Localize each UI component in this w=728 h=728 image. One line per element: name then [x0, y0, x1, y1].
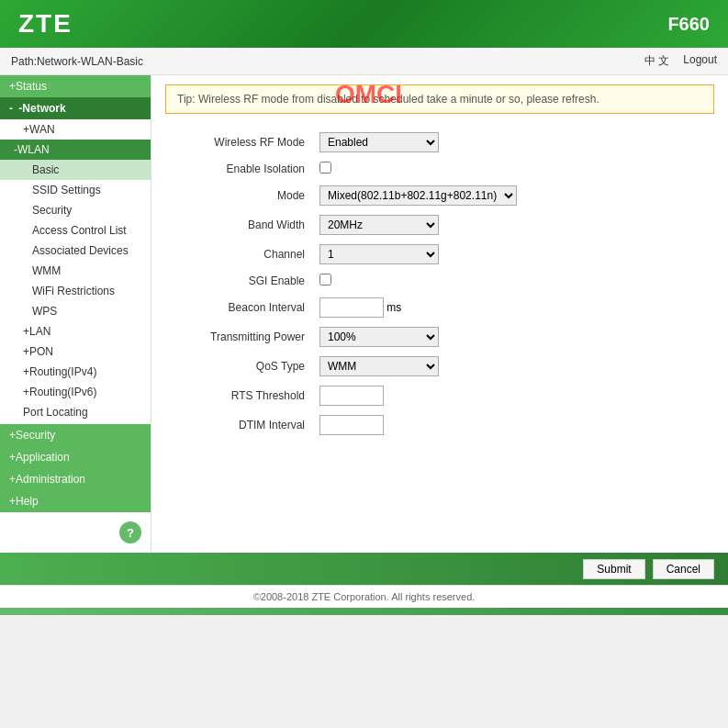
sidebar-item-lan[interactable]: +LAN	[0, 321, 151, 342]
footer: ©2008-2018 ZTE Corporation. All rights r…	[0, 585, 728, 608]
dtim-interval-input[interactable]: 1	[319, 415, 384, 435]
copyright-text: ©2008-2018 ZTE Corporation. All rights r…	[253, 591, 476, 602]
language-link[interactable]: 中 文	[644, 53, 669, 69]
qos-type-row: QoS Type WMMNone	[165, 352, 714, 381]
sidebar-item-wps[interactable]: WPS	[0, 301, 151, 321]
sidebar-item-wan[interactable]: +WAN	[0, 119, 151, 140]
beacon-interval-unit: ms	[386, 301, 401, 314]
band-width-label: Band Width	[165, 210, 312, 240]
enable-isolation-label: Enable Isolation	[165, 157, 312, 181]
mode-label: Mode	[165, 181, 312, 210]
qos-type-select[interactable]: WMMNone	[319, 356, 439, 376]
channel-select[interactable]: 123 456 789 1011Auto	[319, 244, 439, 264]
wireless-rf-mode-label: Wireless RF Mode	[165, 128, 312, 157]
sidebar-item-wifi[interactable]: WiFi Restrictions	[0, 281, 151, 301]
sidebar-item-security[interactable]: Security	[0, 200, 151, 220]
beacon-interval-label: Beacon Interval	[165, 293, 312, 322]
sidebar-item-port-locating[interactable]: Port Locating	[0, 402, 151, 422]
dtim-interval-label: DTIM Interval	[165, 410, 312, 440]
beacon-interval-input[interactable]: 100	[319, 297, 384, 318]
wireless-rf-mode-row: Wireless RF Mode Enabled Disabled Schedu…	[165, 128, 714, 157]
sidebar-item-associated[interactable]: Associated Devices	[0, 241, 151, 261]
rts-threshold-row: RTS Threshold 2347	[165, 381, 714, 410]
sidebar-item-status[interactable]: +Status	[0, 75, 151, 97]
sidebar-item-application[interactable]: +Application	[0, 446, 151, 468]
sgi-enable-label: SGI Enable	[165, 269, 312, 293]
breadcrumb: Path:Network-WLAN-Basic	[11, 55, 143, 68]
transmitting-power-row: Transmitting Power 100%75%50%25%	[165, 322, 714, 352]
model: F660	[667, 14, 710, 35]
channel-row: Channel 123 456 789 1011Auto	[165, 240, 714, 269]
sidebar-item-routing-ipv4[interactable]: +Routing(IPv4)	[0, 362, 151, 382]
settings-form: Wireless RF Mode Enabled Disabled Schedu…	[165, 128, 714, 440]
help-button[interactable]: ?	[119, 521, 141, 543]
tip-box: Tip: Wireless RF mode from disabled to s…	[165, 84, 714, 114]
bottom-bar: Submit Cancel	[0, 553, 728, 585]
wireless-rf-mode-select[interactable]: Enabled Disabled Scheduled	[319, 132, 439, 152]
main-layout: +Status -Network +WAN -WLAN Basic SSID S…	[0, 75, 728, 553]
logout-link[interactable]: Logout	[683, 53, 717, 69]
mode-select[interactable]: Mixed(802.11b+802.11g+802.11n) 802.11b o…	[319, 185, 517, 206]
beacon-interval-row: Beacon Interval 100 ms	[165, 293, 714, 322]
mode-row: Mode Mixed(802.11b+802.11g+802.11n) 802.…	[165, 181, 714, 210]
sidebar-item-wmm[interactable]: WMM	[0, 261, 151, 281]
channel-label: Channel	[165, 240, 312, 269]
sgi-enable-row: SGI Enable	[165, 269, 714, 293]
submit-button[interactable]: Submit	[583, 559, 644, 579]
band-width-row: Band Width 20MHz 40MHz	[165, 210, 714, 240]
dtim-interval-row: DTIM Interval 1	[165, 410, 714, 440]
sidebar-item-routing-ipv6[interactable]: +Routing(IPv6)	[0, 382, 151, 402]
sidebar-item-network[interactable]: -Network	[0, 97, 151, 119]
help-btn-container: ?	[0, 512, 151, 553]
qos-type-label: QoS Type	[165, 352, 312, 381]
enable-isolation-row: Enable Isolation	[165, 157, 714, 181]
sidebar-item-ssid[interactable]: SSID Settings	[0, 180, 151, 200]
sgi-enable-checkbox[interactable]	[319, 274, 331, 286]
transmitting-power-label: Transmitting Power	[165, 322, 312, 352]
header: ZTE F660	[0, 0, 728, 48]
sidebar-item-security-nav[interactable]: +Security	[0, 424, 151, 446]
sidebar-item-help[interactable]: +Help	[0, 490, 151, 512]
transmitting-power-select[interactable]: 100%75%50%25%	[319, 327, 439, 347]
green-bar-bottom	[0, 608, 728, 615]
cancel-button[interactable]: Cancel	[653, 559, 714, 579]
path-bar: Path:Network-WLAN-Basic 中 文 Logout	[0, 48, 728, 75]
sidebar-item-administration[interactable]: +Administration	[0, 468, 151, 490]
content-area: Tip: Wireless RF mode from disabled to s…	[151, 75, 728, 553]
enable-isolation-checkbox[interactable]	[319, 162, 331, 174]
sidebar: +Status -Network +WAN -WLAN Basic SSID S…	[0, 75, 151, 553]
band-width-select[interactable]: 20MHz 40MHz	[319, 215, 439, 235]
sidebar-item-pon[interactable]: +PON	[0, 342, 151, 362]
logo: ZTE	[18, 9, 73, 39]
rts-threshold-label: RTS Threshold	[165, 381, 312, 410]
sidebar-item-acl[interactable]: Access Control List	[0, 220, 151, 241]
sidebar-item-basic[interactable]: Basic	[0, 160, 151, 180]
sidebar-item-wlan[interactable]: -WLAN	[0, 140, 151, 160]
rts-threshold-input[interactable]: 2347	[319, 386, 384, 406]
